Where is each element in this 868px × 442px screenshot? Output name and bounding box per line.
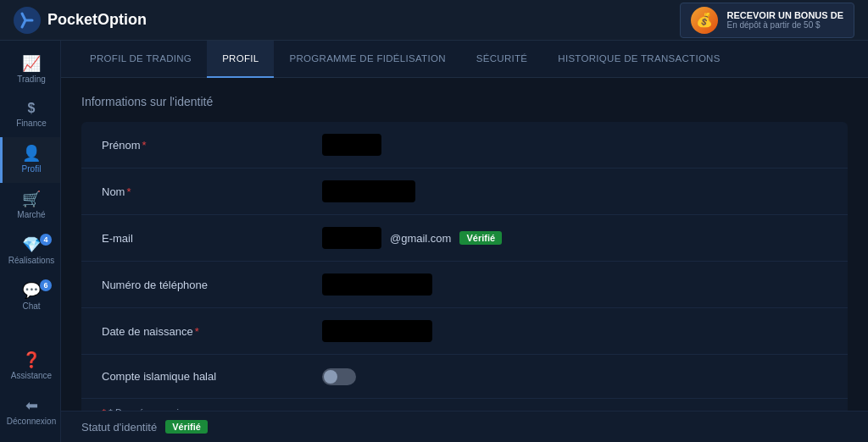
sidebar-item-deconnexion[interactable]: ⬅ Déconnexion [0, 390, 60, 435]
status-verified-badge: Vérifié [165, 420, 208, 434]
sidebar-label-assistance: Assistance [11, 371, 52, 381]
tab-profil[interactable]: PROFIL [207, 41, 274, 78]
sidebar-label-realisations: Réalisations [8, 256, 54, 266]
label-prenom: Prénom* [102, 139, 322, 152]
chat-icon: 💬 [22, 283, 41, 298]
email-field[interactable] [322, 227, 381, 249]
sidebar-item-profil[interactable]: 👤 Profil [0, 137, 60, 183]
section-title: Informations sur l'identité [81, 95, 848, 108]
deconnexion-icon: ⬅ [25, 398, 38, 413]
form-row-email: E-mail @gmail.com Vérifié [81, 215, 848, 262]
status-bar: Statut d'identité Vérifié [61, 411, 868, 442]
value-islamique [322, 368, 827, 385]
prenom-field[interactable] [322, 134, 381, 156]
label-nom: Nom* [102, 185, 322, 198]
sidebar-label-deconnexion: Déconnexion [7, 417, 56, 427]
bonus-sub: En dépôt à partir de 50 $ [726, 20, 843, 30]
email-domain: @gmail.com [390, 232, 451, 245]
sidebar-label-finance: Finance [16, 119, 47, 129]
value-email: @gmail.com Vérifié [322, 227, 827, 249]
marche-icon: 🛒 [22, 191, 41, 207]
form-row-prenom: Prénom* [81, 122, 848, 169]
form-row-telephone: Numéro de téléphone [81, 262, 848, 308]
realisations-icon: 💎 [22, 237, 41, 252]
tab-profil-trading[interactable]: PROFIL DE TRADING [75, 41, 207, 78]
tab-securite[interactable]: SÉCURITÉ [461, 41, 543, 78]
bonus-text: RECEVOIR UN BONUS DE En dépôt à partir d… [726, 10, 843, 30]
tabs-bar: PROFIL DE TRADING PROFIL PROGRAMME DE FI… [61, 41, 868, 78]
form-row-islamique: Compte islamique halal [81, 355, 848, 399]
sidebar-item-marche[interactable]: 🛒 Marché [0, 183, 60, 229]
status-label: Statut d'identité [81, 421, 157, 434]
logo-icon [14, 7, 41, 34]
realisations-badge: 4 [40, 234, 52, 246]
label-islamique: Compte islamique halal [102, 370, 322, 383]
form-row-nom: Nom* [81, 169, 848, 215]
value-telephone[interactable] [322, 273, 827, 296]
sidebar-label-chat: Chat [22, 301, 40, 312]
label-email: E-mail [102, 232, 322, 245]
nom-field[interactable] [322, 180, 415, 202]
sidebar-label-profil: Profil [22, 164, 42, 174]
chat-badge: 6 [40, 279, 52, 291]
bonus-icon: 💰 [691, 7, 718, 34]
label-naissance: Date de naissance* [102, 325, 322, 338]
islamique-toggle[interactable] [322, 368, 356, 385]
label-telephone: Numéro de téléphone [102, 279, 322, 291]
value-naissance[interactable] [322, 320, 827, 342]
naissance-field[interactable] [322, 320, 432, 342]
logo-area: PocketOption [14, 7, 147, 34]
required-note: * * Données requises [81, 399, 848, 411]
header: PocketOption 💰 RECEVOIR UN BONUS DE En d… [0, 0, 868, 41]
sidebar-label-trading: Trading [17, 75, 46, 85]
tab-fidelisation[interactable]: PROGRAMME DE FIDÉLISATION [274, 41, 460, 78]
sidebar-item-realisations[interactable]: 4 💎 Réalisations [0, 229, 60, 274]
bonus-title: RECEVOIR UN BONUS DE [726, 10, 843, 20]
assistance-icon: ❓ [22, 352, 41, 367]
trading-icon: 📈 [22, 56, 41, 71]
form-row-naissance: Date de naissance* [81, 308, 848, 355]
toggle-thumb [324, 370, 337, 384]
sidebar-label-marche: Marché [17, 210, 45, 220]
content: PROFIL DE TRADING PROFIL PROGRAMME DE FI… [61, 41, 868, 442]
sidebar-item-finance[interactable]: $ Finance [0, 93, 60, 137]
identity-card: Prénom* Nom* [81, 122, 848, 411]
logo-text: PocketOption [47, 11, 147, 29]
main-layout: 📈 Trading $ Finance 👤 Profil 🛒 Marché 4 … [0, 41, 868, 442]
sidebar: 📈 Trading $ Finance 👤 Profil 🛒 Marché 4 … [0, 41, 61, 442]
bonus-banner[interactable]: 💰 RECEVOIR UN BONUS DE En dépôt à partir… [680, 3, 854, 38]
sidebar-item-chat[interactable]: 6 💬 Chat [0, 274, 60, 320]
page-content: Informations sur l'identité Prénom* Nom* [61, 78, 868, 411]
profil-icon: 👤 [22, 146, 41, 161]
telephone-field[interactable] [322, 273, 432, 296]
email-verified-badge: Vérifié [459, 231, 502, 245]
sidebar-item-trading[interactable]: 📈 Trading [0, 47, 60, 93]
finance-icon: $ [28, 102, 36, 115]
tab-historique[interactable]: HISTORIQUE DE TRANSACTIONS [542, 41, 735, 78]
value-nom[interactable] [322, 180, 827, 202]
value-prenom[interactable] [322, 134, 827, 156]
sidebar-item-assistance[interactable]: ❓ Assistance [0, 344, 60, 390]
